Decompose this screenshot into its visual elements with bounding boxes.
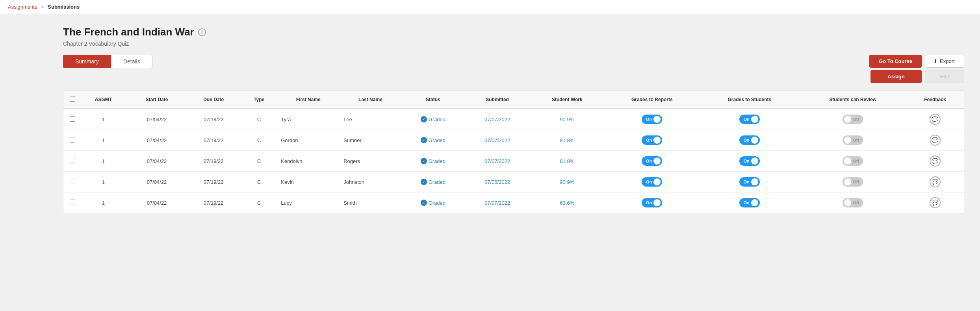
submitted-link[interactable]: 07/07/2022	[484, 158, 510, 164]
row-checkbox-3[interactable]	[70, 179, 75, 184]
feedback-icon[interactable]: 💬	[930, 176, 941, 187]
submitted-link[interactable]: 07/07/2022	[484, 117, 510, 122]
toggle-off[interactable]: Off	[843, 198, 863, 207]
toggle-off[interactable]: Off	[843, 177, 863, 187]
row-grades-to-reports[interactable]: On	[605, 109, 700, 130]
header-due-date: Due Date	[186, 91, 241, 109]
row-asgmt: 1	[79, 109, 128, 130]
asgmt-link[interactable]: 1	[102, 200, 105, 206]
status-graded: ✓ Graded	[405, 158, 461, 164]
table-header-row: ASGMT Start Date Due Date Type First Nam…	[63, 91, 964, 109]
go-to-course-button[interactable]: Go To Course	[869, 55, 922, 68]
row-last-name: Rogers	[340, 151, 401, 172]
row-last-name: Lee	[340, 109, 401, 130]
toggle-on[interactable]: On	[739, 156, 760, 166]
download-icon: ⬇	[933, 58, 937, 64]
asgmt-link[interactable]: 1	[102, 117, 105, 122]
row-checkbox-4[interactable]	[70, 200, 75, 205]
toggle-on[interactable]: On	[739, 177, 760, 187]
toggle-on[interactable]: On	[739, 135, 760, 145]
row-grades-to-reports[interactable]: On	[605, 130, 700, 151]
table-row: 1 07/04/22 07/19/22 C Gordon Sumner ✓ Gr…	[63, 130, 964, 151]
submitted-link[interactable]: 07/06/2022	[484, 179, 510, 185]
tab-details[interactable]: Details	[111, 55, 152, 68]
row-student-work: 90.9%	[530, 172, 604, 193]
asgmt-link[interactable]: 1	[102, 158, 105, 164]
row-students-can-review[interactable]: Off	[799, 109, 906, 130]
status-link[interactable]: Graded	[429, 137, 445, 143]
toggle-on[interactable]: On	[739, 115, 760, 124]
breadcrumb-assignments-link[interactable]: Assignments	[8, 4, 37, 10]
page-title: The French and Indian War i	[63, 26, 964, 38]
row-status: ✓ Graded	[401, 172, 465, 193]
toggle-off[interactable]: Off	[843, 115, 863, 124]
row-students-can-review[interactable]: Off	[799, 172, 906, 193]
toggle-on[interactable]: On	[642, 156, 662, 166]
tab-group: Summary Details	[63, 55, 152, 68]
feedback-icon[interactable]: 💬	[930, 156, 941, 167]
row-first-name: Kevin	[277, 172, 340, 193]
row-due-date: 07/19/22	[186, 130, 241, 151]
status-link[interactable]: Graded	[429, 117, 445, 122]
submitted-link[interactable]: 07/07/2022	[484, 137, 510, 143]
row-start-date: 07/04/22	[128, 193, 186, 213]
check-icon: ✓	[421, 116, 427, 122]
feedback-icon[interactable]: 💬	[930, 114, 941, 125]
toggle-on[interactable]: On	[642, 135, 662, 145]
row-submitted: 07/07/2022	[465, 130, 530, 151]
toggle-off[interactable]: Off	[843, 135, 863, 145]
export-button[interactable]: ⬇ Export	[925, 55, 964, 68]
header-student-work: Student Work	[530, 91, 604, 109]
row-grades-to-students[interactable]: On	[700, 193, 799, 213]
row-first-name: Gordon	[277, 130, 340, 151]
score-value: 90.9%	[560, 179, 574, 185]
asgmt-link[interactable]: 1	[102, 179, 105, 185]
row-status: ✓ Graded	[401, 151, 465, 172]
score-value: 81.8%	[560, 137, 574, 143]
row-checkbox-2[interactable]	[70, 158, 75, 163]
row-due-date: 07/19/22	[186, 151, 241, 172]
score-value: 81.8%	[560, 158, 574, 164]
asgmt-link[interactable]: 1	[102, 137, 105, 143]
row-grades-to-students[interactable]: On	[700, 172, 799, 193]
row-student-work: 90.9%	[530, 109, 604, 130]
tab-summary[interactable]: Summary	[63, 55, 111, 68]
row-checkbox-0[interactable]	[70, 116, 75, 122]
row-grades-to-students[interactable]: On	[700, 109, 799, 130]
row-grades-to-reports[interactable]: On	[605, 172, 700, 193]
select-all-checkbox[interactable]	[70, 96, 75, 102]
feedback-icon[interactable]: 💬	[930, 135, 941, 146]
table-row: 1 07/04/22 07/19/22 C Lucy Smith ✓ Grade…	[63, 193, 964, 213]
status-link[interactable]: Graded	[429, 158, 445, 164]
status-graded: ✓ Graded	[405, 179, 461, 185]
row-checkbox-cell	[63, 151, 79, 172]
header-checkbox-cell	[63, 91, 79, 109]
toggle-off[interactable]: Off	[843, 156, 863, 166]
row-checkbox-1[interactable]	[70, 137, 75, 143]
row-students-can-review[interactable]: Off	[799, 151, 906, 172]
edit-button: Edit	[925, 70, 964, 83]
row-students-can-review[interactable]: Off	[799, 193, 906, 213]
feedback-icon[interactable]: 💬	[930, 197, 941, 208]
row-grades-to-reports[interactable]: On	[605, 151, 700, 172]
toggle-on[interactable]: On	[642, 177, 662, 187]
toggle-on[interactable]: On	[642, 198, 662, 207]
header-grades-to-students: Grades to Students	[700, 91, 799, 109]
header-asgmt: ASGMT	[79, 91, 128, 109]
breadcrumb-separator: >	[41, 4, 44, 10]
row-grades-to-reports[interactable]: On	[605, 193, 700, 213]
assign-button[interactable]: Assign	[870, 70, 922, 83]
info-icon[interactable]: i	[198, 28, 206, 36]
status-link[interactable]: Graded	[429, 200, 445, 206]
row-feedback: 💬	[906, 109, 964, 130]
row-grades-to-students[interactable]: On	[700, 151, 799, 172]
submitted-link[interactable]: 07/07/2022	[484, 200, 510, 206]
toggle-on[interactable]: On	[642, 115, 662, 124]
row-asgmt: 1	[79, 130, 128, 151]
row-submitted: 07/07/2022	[465, 193, 530, 213]
toggle-on[interactable]: On	[739, 198, 760, 207]
row-start-date: 07/04/22	[128, 151, 186, 172]
row-students-can-review[interactable]: Off	[799, 130, 906, 151]
row-grades-to-students[interactable]: On	[700, 130, 799, 151]
status-link[interactable]: Graded	[429, 179, 445, 185]
